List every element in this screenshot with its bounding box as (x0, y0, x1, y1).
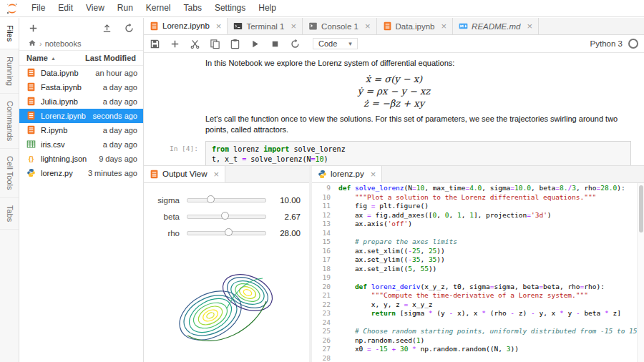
menu-item-settings[interactable]: Settings (208, 0, 252, 16)
line-number: 11 (312, 202, 331, 211)
cell-type-dropdown[interactable]: Code ▾ (313, 38, 358, 49)
editor-tab-bar: lorenz.py× (312, 166, 644, 183)
menu-item-edit[interactable]: Edit (52, 0, 79, 16)
tab-close-icon[interactable]: × (291, 21, 297, 31)
column-header-last-modified[interactable]: Last Modified (85, 54, 136, 62)
notebook-toolbar-icons (150, 39, 310, 49)
tab-terminal-1[interactable]: Terminal 1× (228, 18, 303, 34)
column-name-label: Name (26, 54, 48, 62)
slider-handle[interactable] (225, 228, 233, 236)
notebook-icon (150, 21, 159, 31)
sidebar-tab-running[interactable]: Running (0, 49, 19, 94)
slider-value: 2.67 (266, 212, 301, 221)
code-area[interactable]: def solve_lorenz(N=10, max_time=4.0, sig… (336, 184, 644, 362)
file-row-lightning-json[interactable]: {}lightning.json9 days ago (19, 152, 143, 166)
stop-icon[interactable] (270, 39, 280, 49)
file-name: R.ipynb (41, 126, 103, 134)
menu-item-tabs[interactable]: Tabs (177, 0, 208, 16)
menu-item-help[interactable]: Help (252, 0, 283, 16)
tab-lorenz-ipynb[interactable]: Lorenz.ipynb× (144, 18, 228, 34)
column-header-name[interactable]: Name ▲ (26, 54, 85, 62)
notebook-file-icon (26, 97, 36, 107)
file-browser-toolbar (19, 18, 143, 36)
notebook-panel: Code ▾ Python 3 In this Notebook we expl… (144, 35, 644, 165)
kernel-status-icon[interactable] (628, 39, 638, 49)
paste-icon[interactable] (230, 39, 240, 49)
tab-close-icon[interactable]: × (213, 170, 219, 179)
plus-icon[interactable] (28, 23, 39, 34)
line-number: 24 (312, 318, 331, 328)
line-number: 14 (312, 229, 331, 238)
tab-lorenz-py[interactable]: lorenz.py× (312, 166, 382, 182)
file-modified: a day ago (103, 140, 137, 149)
menu-item-view[interactable]: View (79, 0, 111, 16)
slider-track[interactable] (187, 195, 266, 205)
file-row-data-ipynb[interactable]: Data.ipynban hour ago (19, 66, 143, 80)
tab-label: Terminal 1 (246, 22, 284, 31)
refresh-icon[interactable] (124, 23, 135, 34)
breadcrumb: › notebooks (19, 36, 143, 50)
scrollbar[interactable] (637, 183, 644, 362)
tab-readme-md[interactable]: README.md× (453, 18, 539, 34)
tab-close-icon[interactable]: × (527, 21, 532, 31)
notebook-file-icon (26, 68, 36, 78)
editor-content[interactable]: 910111213141516171819202122232425262728 … (312, 183, 644, 362)
upload-icon[interactable] (102, 23, 112, 34)
menu-item-file[interactable]: File (25, 0, 52, 16)
tab-close-icon[interactable]: × (371, 170, 376, 179)
line-number: 16 (312, 247, 331, 256)
menu-bar: FileEditViewRunKernelTabsSettingsHelp (0, 0, 644, 17)
run-icon[interactable] (250, 39, 260, 49)
sidebar-tab-files[interactable]: Files (0, 18, 19, 49)
equation-line: ẋ = σ(y − x) (144, 73, 644, 85)
tab-close-icon[interactable]: × (441, 21, 447, 31)
tab-data-ipynb[interactable]: Data.ipynb× (377, 18, 454, 34)
slider-track[interactable] (187, 228, 266, 238)
file-row-lorenz-ipynb[interactable]: Lorenz.ipynbseconds ago (19, 109, 143, 123)
line-number: 13 (312, 220, 331, 229)
insert-below-icon[interactable] (170, 39, 180, 49)
file-name: Data.ipynb (41, 69, 95, 77)
file-name: iris.csv (41, 140, 103, 149)
save-icon[interactable] (150, 39, 160, 49)
bottom-dock-row: Output View× sigma10.00beta2.67rho28.00 (144, 165, 644, 362)
line-number: 10 (312, 193, 331, 202)
menu-item-kernel[interactable]: Kernel (140, 0, 177, 16)
sidebar-tab-cell-tools[interactable]: Cell Tools (0, 149, 19, 198)
file-browser: › notebooks Name ▲ Last Modified Data.ip… (19, 18, 144, 362)
notebook-content[interactable]: In this Notebook we explore the Lorenz s… (144, 53, 644, 165)
cell-input[interactable]: from lorenz import solve_lorenzt, x_t = … (205, 141, 631, 165)
cut-icon[interactable] (190, 39, 200, 49)
menu-item-run[interactable]: Run (111, 0, 140, 16)
markdown-cell-body: Let's call the function once to view the… (205, 114, 630, 135)
notebook-file-icon (26, 82, 36, 92)
file-row-r-ipynb[interactable]: R.ipynba day ago (19, 123, 143, 137)
file-modified: seconds ago (93, 112, 137, 120)
line-number: 23 (312, 309, 331, 318)
file-row-iris-csv[interactable]: iris.csva day ago (19, 137, 143, 152)
tab-console-1[interactable]: Console 1× (303, 18, 376, 34)
slider-track[interactable] (187, 211, 266, 222)
home-icon[interactable] (28, 39, 36, 49)
sidebar-tab-commands[interactable]: Commands (0, 94, 19, 149)
equation-block: ẋ = σ(y − x)ẏ = ρx − y − xzż = −βz + xy (144, 73, 644, 109)
kernel-name[interactable]: Python 3 (590, 39, 623, 48)
file-row-fasta-ipynb[interactable]: Fasta.ipynba day ago (19, 80, 143, 94)
line-number: 27 (312, 345, 331, 354)
sidebar-tab-tabs[interactable]: Tabs (0, 198, 19, 230)
refresh-icon[interactable] (290, 39, 301, 49)
file-row-julia-ipynb[interactable]: Julia.ipynba day ago (19, 94, 143, 109)
console-icon (308, 21, 318, 31)
line-number: 25 (312, 327, 331, 336)
copy-icon[interactable] (210, 39, 220, 49)
scrollbar-thumb[interactable] (639, 185, 643, 233)
tab-close-icon[interactable]: × (365, 21, 371, 31)
file-row-lorenz-py[interactable]: lorenz.py3 minutes ago (19, 166, 143, 180)
file-modified: 3 minutes ago (88, 169, 137, 177)
tab-close-icon[interactable]: × (216, 21, 222, 31)
code-cell: In [4]: from lorenz import solve_lorenzt… (144, 141, 631, 165)
line-number: 18 (312, 265, 331, 274)
equation-line: ż = −βz + xy (144, 97, 644, 109)
python-file-icon (26, 168, 36, 178)
tab-output-view[interactable]: Output View× (144, 166, 225, 182)
